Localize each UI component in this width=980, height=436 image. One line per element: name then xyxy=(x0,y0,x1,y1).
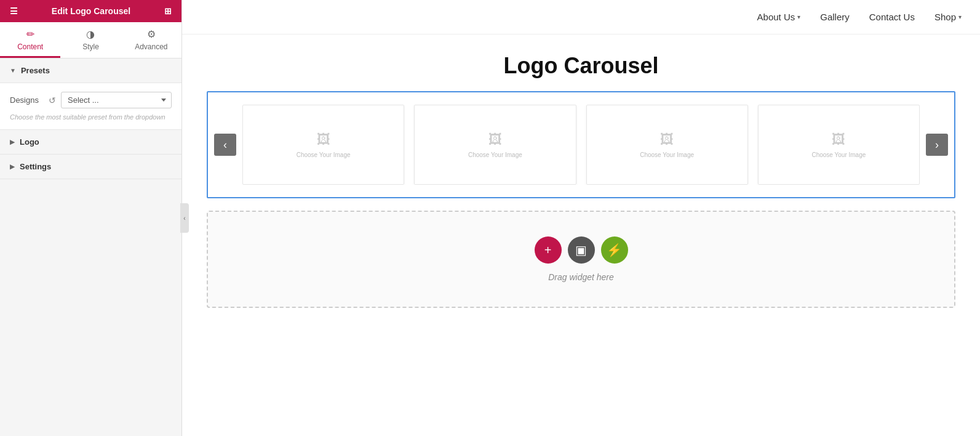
designs-select[interactable]: Select ... xyxy=(61,92,172,108)
logo-label: Logo xyxy=(20,137,39,147)
sidebar-content: ▼ Presets Designs ↺ Select ... Choose th… xyxy=(0,59,181,436)
advanced-icon: ⚙ xyxy=(147,28,156,40)
image-icon-1: 🖼 xyxy=(317,132,330,148)
sidebar-tabs: ✏ Content ◑ Style ⚙ Advanced xyxy=(0,22,181,59)
image-placeholder-1: 🖼 Choose Your Image xyxy=(297,132,351,158)
tab-content[interactable]: ✏ Content xyxy=(0,22,60,58)
image-label-3: Choose Your Image xyxy=(640,151,694,158)
image-label-4: Choose Your Image xyxy=(811,151,866,158)
carousel-slide-2: 🖼 Choose Your Image xyxy=(414,105,576,185)
nav-shop-label: Shop xyxy=(934,12,956,22)
tab-content-label: Content xyxy=(17,42,43,51)
image-placeholder-2: 🖼 Choose Your Image xyxy=(468,132,522,158)
carousel-next-button[interactable]: › xyxy=(926,134,948,156)
settings-label: Settings xyxy=(20,162,51,171)
image-placeholder-4: 🖼 Choose Your Image xyxy=(811,132,866,158)
image-icon-2: 🖼 xyxy=(488,132,502,148)
drop-zone-buttons: + ▣ ⚡ xyxy=(535,236,628,264)
add-widget-button[interactable]: + xyxy=(535,236,562,264)
tab-style[interactable]: ◑ Style xyxy=(60,22,121,58)
carousel-prev-button[interactable]: ‹ xyxy=(214,134,236,156)
grid-icon[interactable]: ⊞ xyxy=(164,6,172,16)
tab-advanced[interactable]: ⚙ Advanced xyxy=(121,22,181,58)
nav-gallery[interactable]: Gallery xyxy=(820,12,850,22)
logo-arrow: ▶ xyxy=(10,139,15,145)
section-presets-header[interactable]: ▼ Presets xyxy=(0,59,181,83)
page-content: Logo Carousel ‹ 🖼 Choose Your Image 🖼 Ch… xyxy=(182,34,980,436)
carousel-slide-1: 🖼 Choose Your Image xyxy=(242,105,404,185)
top-nav: About Us ▾ Gallery Contact Us Shop ▾ xyxy=(182,0,980,34)
nav-shop[interactable]: Shop ▾ xyxy=(934,12,962,22)
lightning-widget-button[interactable]: ⚡ xyxy=(601,236,628,264)
image-placeholder-3: 🖼 Choose Your Image xyxy=(640,132,694,158)
presets-label: Presets xyxy=(21,66,50,75)
collapse-panel-button[interactable]: ‹ xyxy=(180,203,189,233)
designs-label: Designs xyxy=(10,95,44,105)
carousel-slide-3: 🖼 Choose Your Image xyxy=(586,105,748,185)
nav-about-us[interactable]: About Us ▾ xyxy=(757,12,801,22)
folder-widget-button[interactable]: ▣ xyxy=(568,236,595,264)
tab-advanced-label: Advanced xyxy=(135,42,167,51)
designs-row: Designs ↺ Select ... xyxy=(10,92,172,108)
shop-chevron-icon: ▾ xyxy=(958,14,962,20)
hamburger-icon[interactable]: ☰ xyxy=(10,6,18,16)
content-icon: ✏ xyxy=(26,28,34,40)
presets-arrow: ▼ xyxy=(10,67,16,74)
carousel-container: ‹ 🖼 Choose Your Image 🖼 Choose Your Imag… xyxy=(207,91,955,198)
page-title: Logo Carousel xyxy=(207,53,955,79)
settings-arrow: ▶ xyxy=(10,163,15,170)
nav-gallery-label: Gallery xyxy=(820,12,850,22)
section-settings-header[interactable]: ▶ Settings xyxy=(0,155,181,179)
refresh-icon[interactable]: ↺ xyxy=(49,95,56,105)
image-label-2: Choose Your Image xyxy=(468,151,522,158)
sidebar: ☰ Edit Logo Carousel ⊞ ✏ Content ◑ Style… xyxy=(0,0,182,436)
sidebar-header: ☰ Edit Logo Carousel ⊞ xyxy=(0,0,181,22)
drop-zone[interactable]: + ▣ ⚡ Drag widget here xyxy=(207,211,955,308)
carousel-slides: 🖼 Choose Your Image 🖼 Choose Your Image … xyxy=(242,105,920,185)
image-label-1: Choose Your Image xyxy=(297,151,351,158)
tab-style-label: Style xyxy=(82,42,99,51)
carousel-slide-4: 🖼 Choose Your Image xyxy=(758,105,920,185)
sidebar-title: Edit Logo Carousel xyxy=(52,6,130,16)
nav-contact-label: Contact Us xyxy=(869,12,915,22)
image-icon-3: 🖼 xyxy=(660,132,674,148)
image-icon-4: 🖼 xyxy=(832,132,845,148)
collapse-icon: ‹ xyxy=(183,215,185,222)
style-icon: ◑ xyxy=(86,28,95,40)
about-chevron-icon: ▾ xyxy=(797,14,800,20)
drop-zone-label: Drag widget here xyxy=(548,272,614,282)
nav-about-label: About Us xyxy=(757,12,795,22)
presets-body: Designs ↺ Select ... Choose the most sui… xyxy=(0,83,181,130)
nav-contact-us[interactable]: Contact Us xyxy=(869,12,915,22)
section-logo-header[interactable]: ▶ Logo xyxy=(0,130,181,155)
main-area: About Us ▾ Gallery Contact Us Shop ▾ Log… xyxy=(182,0,980,436)
designs-hint: Choose the most suitable preset from the… xyxy=(10,113,172,121)
